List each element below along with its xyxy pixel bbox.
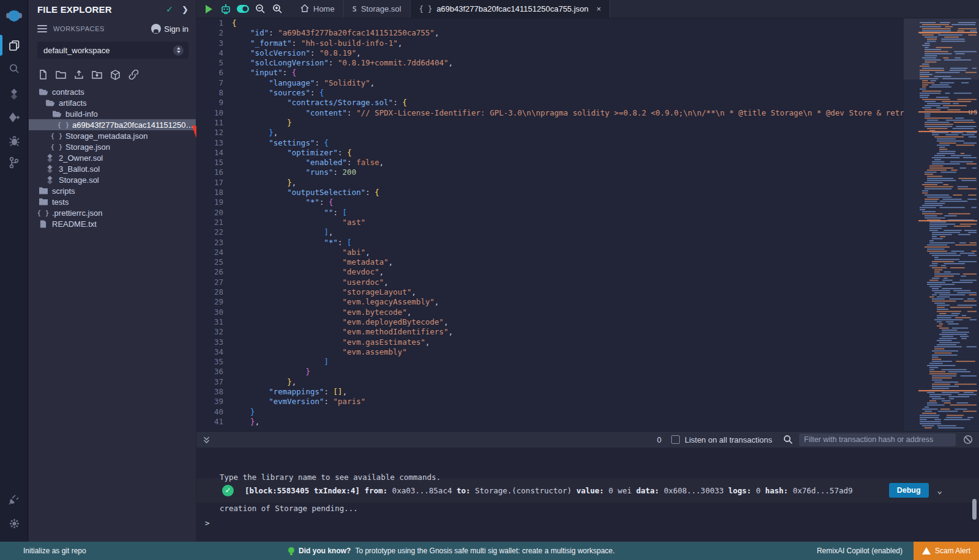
terminal-search-icon[interactable]	[783, 435, 793, 444]
editor-line[interactable]: 5"solcLongVersion": "0.8.19+commit.7dd6d…	[196, 58, 979, 68]
close-tab-icon[interactable]: ×	[597, 4, 601, 13]
file-tree-item[interactable]: README.txt	[29, 218, 196, 229]
editor-line[interactable]: 19"*": {	[196, 197, 979, 207]
tab-home[interactable]: Home	[292, 0, 344, 18]
file-tree-item[interactable]: Storage.sol	[29, 174, 196, 185]
editor-line[interactable]: 14"optimizer": {	[196, 148, 979, 158]
scam-alert-badge[interactable]: Scam Alert	[914, 542, 979, 560]
editor-line[interactable]: 7"language": "Solidity",	[196, 78, 979, 88]
workspace-select[interactable]: default_workspace	[37, 42, 188, 59]
git-init-link[interactable]: Initialize as git repo	[23, 547, 86, 555]
sidebar-item-git[interactable]	[0, 153, 28, 172]
file-tree-item[interactable]: { }Storage.json	[29, 141, 196, 152]
terminal-prompt[interactable]: >	[205, 518, 210, 528]
sidebar-item-debugger[interactable]	[0, 131, 28, 150]
editor-line[interactable]: 16"runs": 200	[196, 168, 979, 177]
editor-line[interactable]: 38"remappings": [],	[196, 387, 979, 397]
editor-line[interactable]: 27"userdoc",	[196, 278, 979, 287]
editor-line[interactable]: 28"storageLayout",	[196, 287, 979, 297]
editor-line[interactable]: 4"solcVersion": "0.8.19",	[196, 48, 979, 58]
editor-line[interactable]: 39"evmVersion": "paris"	[196, 397, 979, 407]
run-script-button[interactable]	[200, 0, 217, 18]
tab-storage-sol[interactable]: SStorage.sol	[344, 0, 411, 18]
editor-line[interactable]: 11}	[196, 118, 979, 128]
copilot-toggle[interactable]	[234, 0, 251, 18]
code-editor[interactable]: 1{2"id": "a69b43f277ba20fcac141151250ca7…	[196, 18, 979, 431]
sidebar-item-search[interactable]	[0, 59, 28, 78]
editor-line[interactable]: 6"input": {	[196, 68, 979, 78]
file-tree-item[interactable]: { }a69b43f277ba20fcac141151250ca7...	[29, 119, 196, 130]
editor-line[interactable]: 34"evm.assembly"	[196, 347, 979, 357]
editor-line[interactable]: 36}	[196, 367, 979, 377]
file-tree-item[interactable]: contracts	[29, 86, 196, 97]
folder-open-icon	[52, 110, 61, 117]
editor-line[interactable]: 35]	[196, 357, 979, 367]
new-file-icon[interactable]	[39, 70, 48, 79]
file-tree-item[interactable]: scripts	[29, 185, 196, 196]
zoom-out-button[interactable]	[251, 0, 269, 18]
editor-line[interactable]: 31"evm.deployedBytecode",	[196, 317, 979, 327]
terminal-expand-icon[interactable]	[203, 436, 210, 444]
editor-line[interactable]: 17},	[196, 178, 979, 188]
editor-line[interactable]: 23"*": [	[196, 238, 979, 248]
sidebar-item-deploy-and-run[interactable]	[0, 108, 28, 127]
clear-console-icon[interactable]	[963, 435, 973, 444]
file-tree-item[interactable]: 2_Owner.sol	[29, 152, 196, 163]
sign-in-button[interactable]: Sign in	[151, 24, 188, 34]
tx-expand-chevron-icon[interactable]: ⌄	[937, 485, 942, 495]
editor-line[interactable]: 3"_format": "hh-sol-build-info-1",	[196, 39, 979, 48]
link-icon[interactable]	[128, 70, 139, 79]
editor-line[interactable]: 10"content": "// SPDX-License-Identifier…	[196, 108, 979, 118]
editor-line[interactable]: 33"evm.gasEstimates",	[196, 337, 979, 347]
editor-line[interactable]: 40}	[196, 407, 979, 417]
editor-line[interactable]: 25"metadata",	[196, 257, 979, 267]
file-tree-item[interactable]: build-info	[29, 108, 196, 119]
tab-a69b43f277ba20fcac141151250ca755-json[interactable]: { }a69b43f277ba20fcac141151250ca755.json…	[411, 0, 611, 18]
editor-line[interactable]: 2"id": "a69b43f277ba20fcac141151250ca755…	[196, 28, 979, 38]
editor-line[interactable]: 32"evm.methodIdentifiers",	[196, 327, 979, 337]
editor-line[interactable]: 8"sources": {	[196, 88, 979, 98]
editor-line[interactable]: 12},	[196, 128, 979, 138]
minimap[interactable]	[904, 18, 979, 431]
editor-line[interactable]: 29"evm.legacyAssembly",	[196, 297, 979, 307]
file-tree-item[interactable]: tests	[29, 196, 196, 207]
editor-line[interactable]: 18"outputSelection": {	[196, 188, 979, 197]
editor-line[interactable]: 15"enabled": false,	[196, 158, 979, 168]
editor-line[interactable]: 1{	[196, 18, 979, 28]
editor-line[interactable]: 20"": [	[196, 208, 979, 218]
transaction-filter-input[interactable]	[799, 433, 956, 446]
editor-line[interactable]: 9"contracts/Storage.sol": {	[196, 98, 979, 108]
listen-all-checkbox[interactable]	[671, 435, 680, 444]
editor-line[interactable]: 26"devdoc",	[196, 267, 979, 277]
ipfs-box-icon[interactable]	[110, 70, 121, 80]
file-tree-item[interactable]: { }Storage_metadata.json	[29, 130, 196, 141]
upload-file-icon[interactable]	[74, 70, 84, 79]
editor-line[interactable]: 30"evm.bytecode",	[196, 308, 979, 317]
file-tree-item[interactable]: { }.prettierrc.json	[29, 207, 196, 218]
editor-line[interactable]: 37},	[196, 377, 979, 387]
zoom-in-button[interactable]	[269, 0, 286, 18]
line-number: 30	[196, 308, 232, 317]
minimap-viewport[interactable]	[904, 18, 979, 79]
terminal-scrollbar[interactable]	[972, 499, 977, 520]
sidebar-item-plugin-manager[interactable]	[0, 489, 28, 509]
file-tree-item[interactable]: artifacts	[29, 97, 196, 108]
editor-line[interactable]: 22],	[196, 227, 979, 237]
debug-button[interactable]: Debug	[889, 483, 929, 498]
new-folder-icon[interactable]	[56, 70, 66, 79]
collapse-panel-icon[interactable]: ❯	[182, 5, 188, 14]
sidebar-item-file-explorer[interactable]	[0, 35, 28, 55]
file-tree-item[interactable]: 3_Ballot.sol	[29, 163, 196, 174]
editor-line[interactable]: 21"ast"	[196, 218, 979, 227]
transaction-log-row[interactable]: ✓ [block:5583405 txIndex:4] from: 0xa03.…	[196, 478, 979, 503]
remix-logo[interactable]	[0, 5, 28, 28]
editor-line[interactable]: 24"abi",	[196, 248, 979, 257]
sidebar-item-solidity-compiler[interactable]	[0, 84, 28, 104]
workspace-menu-icon[interactable]	[37, 23, 47, 34]
upload-folder-icon[interactable]	[92, 70, 102, 79]
editor-line[interactable]: 41},	[196, 417, 979, 427]
editor-line[interactable]: 13"settings": {	[196, 138, 979, 148]
sidebar-item-settings[interactable]	[0, 514, 28, 533]
remix-ai-button[interactable]	[217, 0, 234, 18]
terminal[interactable]: Type the library name to see available c…	[196, 448, 979, 542]
